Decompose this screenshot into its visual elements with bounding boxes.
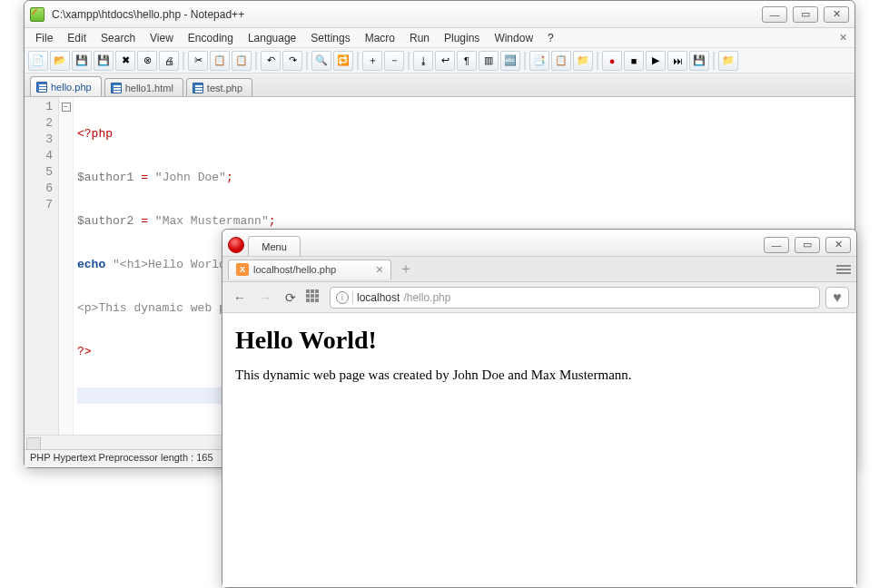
bookmark-button[interactable]: ♥	[825, 287, 849, 309]
file-tab-hello-php[interactable]: hello.php	[30, 76, 102, 96]
file-icon	[36, 82, 47, 93]
notepad-title-text: C:\xampp\htdocs\hello.php - Notepad++	[48, 8, 762, 21]
notepad-titlebar: C:\xampp\htdocs\hello.php - Notepad++ — …	[25, 1, 854, 28]
menu-file[interactable]: File	[28, 30, 60, 46]
notepad-app-icon	[30, 7, 44, 22]
open-file-icon[interactable]: 📂	[50, 51, 70, 71]
file-tab-hello1-html[interactable]: hello1.html	[104, 78, 183, 96]
menu-window[interactable]: Window	[487, 30, 540, 46]
undo-icon[interactable]: ↶	[261, 51, 281, 71]
wrap-icon[interactable]: ↩	[435, 51, 455, 71]
speed-dial-icon[interactable]	[306, 289, 324, 306]
browser-minimize-button[interactable]: —	[764, 237, 789, 253]
page-heading: Hello World!	[235, 326, 844, 355]
opera-icon	[228, 237, 244, 253]
zoom-in-icon[interactable]: ＋	[362, 51, 382, 71]
paste-icon[interactable]: 📋	[232, 51, 252, 71]
menu-macro[interactable]: Macro	[358, 30, 402, 46]
guide-icon[interactable]: ▥	[479, 51, 499, 71]
file-icon	[193, 83, 203, 93]
minimize-button[interactable]: —	[762, 6, 787, 23]
site-info-icon[interactable]: i	[336, 291, 349, 304]
close-file-icon[interactable]: ✖	[115, 51, 135, 71]
file-tab-label: hello1.html	[125, 83, 173, 93]
tab-close-icon[interactable]: ×	[376, 262, 383, 277]
tab-menu-icon[interactable]	[836, 265, 851, 274]
folder-icon[interactable]: 📁	[573, 51, 593, 71]
print-icon[interactable]: 🖨	[159, 51, 179, 71]
menu-language[interactable]: Language	[241, 30, 303, 46]
save-icon[interactable]: 💾	[72, 51, 92, 71]
fold-toggle-icon[interactable]: −	[62, 103, 71, 112]
save-all-icon[interactable]: 💾	[94, 51, 114, 71]
browser-menu-button[interactable]: Menu	[248, 236, 301, 256]
menu-view[interactable]: View	[143, 30, 181, 46]
menu-plugins[interactable]: Plugins	[437, 30, 487, 46]
browser-tabbar: X localhost/hello.php × ＋	[222, 257, 856, 282]
back-button[interactable]: ←	[230, 288, 250, 308]
page-paragraph: This dynamic web page was created by Joh…	[235, 368, 844, 383]
line-number-gutter: 1 2 3 4 5 6 7	[25, 97, 59, 435]
lang-icon[interactable]: 🔤	[500, 51, 520, 71]
close-all-icon[interactable]: ⊗	[137, 51, 157, 71]
address-bar[interactable]: i localhost/hello.php	[330, 287, 820, 309]
menu-help[interactable]: ?	[540, 30, 561, 46]
xampp-favicon: X	[236, 263, 249, 276]
new-file-icon[interactable]: 📄	[28, 51, 48, 71]
toggle-icon[interactable]: ⭳	[413, 51, 433, 71]
record-icon[interactable]: ●	[602, 51, 622, 71]
menu-encoding[interactable]: Encoding	[181, 30, 241, 46]
fold-column[interactable]: −	[59, 97, 74, 435]
status-text: PHP Hypertext Preprocessor length : 165	[30, 452, 213, 463]
browser-maximize-button[interactable]: ▭	[795, 237, 820, 253]
file-tab-label: hello.php	[51, 82, 92, 93]
doc-map-icon[interactable]: 📑	[529, 51, 549, 71]
reload-button[interactable]: ⟳	[281, 288, 301, 308]
browser-page-tab[interactable]: X localhost/hello.php ×	[228, 260, 391, 279]
file-tab-label: test.php	[207, 83, 242, 93]
browser-window: Menu — ▭ ✕ X localhost/hello.php × ＋ ← →…	[222, 229, 857, 588]
func-list-icon[interactable]: 📋	[551, 51, 571, 71]
copy-icon[interactable]: 📋	[210, 51, 230, 71]
page-content: Hello World! This dynamic web page was c…	[222, 313, 856, 587]
menu-settings[interactable]: Settings	[303, 30, 357, 46]
browser-tab-title: localhost/hello.php	[253, 264, 336, 275]
cut-icon[interactable]: ✂	[188, 51, 208, 71]
forward-button[interactable]: →	[255, 288, 275, 308]
replace-icon[interactable]: 🔁	[333, 51, 353, 71]
show-chars-icon[interactable]: ¶	[457, 51, 477, 71]
menu-run[interactable]: Run	[402, 30, 437, 46]
notepad-menubar: File Edit Search View Encoding Language …	[25, 28, 854, 48]
menu-search[interactable]: Search	[94, 30, 143, 46]
stop-icon[interactable]: ■	[624, 51, 644, 71]
maximize-button[interactable]: ▭	[793, 6, 818, 23]
notepad-tabs: hello.php hello1.html test.php	[25, 74, 854, 97]
file-tab-test-php[interactable]: test.php	[186, 78, 252, 96]
new-tab-button[interactable]: ＋	[391, 260, 420, 279]
file-icon	[111, 83, 122, 93]
find-icon[interactable]: 🔍	[311, 51, 331, 71]
redo-icon[interactable]: ↷	[282, 51, 302, 71]
browser-toolbar: ← → ⟳ i localhost/hello.php ♥	[222, 282, 856, 313]
url-path: /hello.php	[403, 291, 450, 304]
extra-icon[interactable]: 📁	[718, 51, 738, 71]
close-button[interactable]: ✕	[824, 6, 849, 23]
play-multi-icon[interactable]: ⏭	[667, 51, 687, 71]
menu-edit[interactable]: Edit	[60, 30, 94, 46]
zoom-out-icon[interactable]: －	[384, 51, 404, 71]
menubar-close-icon[interactable]: ✕	[835, 32, 851, 44]
notepad-toolbar: 📄 📂 💾 💾 ✖ ⊗ 🖨 ✂ 📋 📋 ↶ ↷ 🔍 🔁 ＋ － ⭳ ↩ ¶ ▥ …	[25, 48, 854, 74]
save-macro-icon[interactable]: 💾	[689, 51, 709, 71]
url-host: localhost	[357, 291, 400, 304]
browser-close-button[interactable]: ✕	[825, 237, 851, 253]
play-icon[interactable]: ▶	[646, 51, 666, 71]
browser-titlebar: Menu — ▭ ✕	[222, 230, 856, 257]
